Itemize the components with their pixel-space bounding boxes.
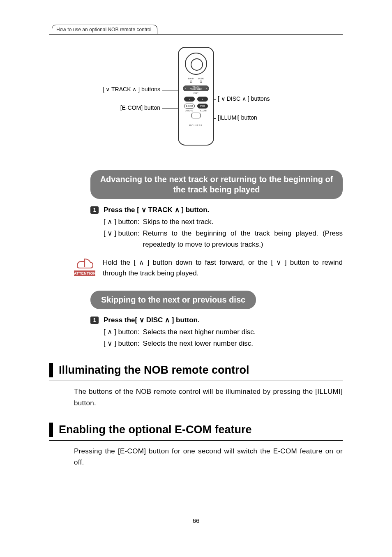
section-header-disc: Skipping to the next or previous disc	[90, 291, 256, 309]
heading-ecom: Enabling the optional E-COM feature	[49, 423, 343, 437]
page-number: 66	[49, 517, 343, 524]
track-sublist: [ ∧ ] button: Skips to the next track. […	[104, 217, 343, 250]
breadcrumb-tab: How to use an optional NOB remote contro…	[52, 25, 157, 35]
heading-illuminating: Illuminating the NOB remote control	[49, 363, 343, 377]
disc-sublist: [ ∧ ] button: Selects the next higher nu…	[104, 327, 343, 349]
remote-disc-buttons: ∨∧	[179, 97, 213, 102]
remote-track-bar: ∨ TRACKTUNE·SEEK ∧	[183, 86, 209, 91]
attention-block: ATTENTION Hold the [ ∧ ] button down to …	[74, 257, 343, 279]
step-track-1: 1 Press the [ ∨ TRACK ∧ ] button.	[90, 206, 343, 214]
step-badge: 1	[90, 206, 99, 214]
attention-icon: ATTENTION	[74, 257, 95, 276]
remote-dial	[185, 53, 207, 75]
illum-body: The buttons of the NOB remote control wi…	[74, 386, 343, 408]
ecom-body: Pressing the [E-COM] button for one seco…	[74, 446, 343, 468]
remote-body: BAND MODE ∨ TRACKTUNE·SEEK ∧ DISC ∨∧ E·C…	[178, 47, 214, 146]
callout-disc-buttons: [ ∨ DISC ∧ ] buttons	[218, 95, 270, 102]
heading-rule	[49, 440, 343, 441]
heading-rule	[49, 381, 343, 381]
remote-illumi-button	[191, 113, 201, 118]
callout-illumi-button: [ILLUMI] button	[218, 114, 257, 121]
callout-track-buttons: [ ∨ TRACK ∧ ] buttons	[78, 86, 160, 92]
remote-ecom-pwr: E·COM PWR	[179, 104, 213, 109]
remote-diagram: [ ∨ TRACK ∧ ] buttons [E-COM] button [ ∨…	[49, 47, 343, 162]
step-text: Press the[ ∨ DISC ∧ ] button.	[104, 316, 200, 324]
section-header-track: Advancing to the next track or returning…	[90, 170, 343, 199]
step-text: Press the [ ∨ TRACK ∧ ] button.	[104, 206, 209, 214]
step-disc-1: 1 Press the[ ∨ DISC ∧ ] button.	[90, 316, 343, 324]
attention-text: Hold the [ ∧ ] button down to fast forwa…	[103, 257, 343, 279]
callout-ecom-button: [E-COM] button	[78, 104, 160, 111]
remote-brand: ECLIPSE	[179, 124, 213, 127]
step-badge: 1	[90, 317, 99, 324]
